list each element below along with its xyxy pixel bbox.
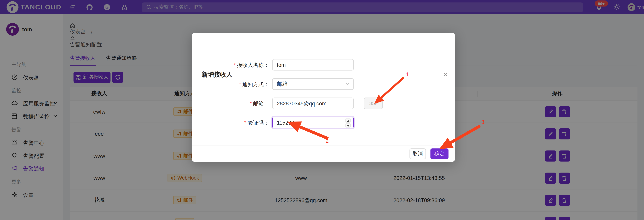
add-receiver-modal: 新增接收人 ✕ *接收人名称： tom *通知方式： 邮箱 *邮箱： 28287…: [192, 33, 455, 162]
chevron-down-icon: [345, 82, 350, 85]
modal-footer-divider: [192, 145, 455, 146]
step-up-icon: [345, 118, 351, 123]
modal-title: 新增接收人: [202, 71, 232, 79]
email-label: *邮箱：: [250, 100, 269, 108]
send-code-countdown-button[interactable]: 35s: [364, 98, 383, 109]
verify-code-label: *验证码：: [244, 119, 269, 127]
field-row-email: *邮箱： 282870345@qq.com 35s: [192, 98, 455, 109]
number-stepper[interactable]: [345, 118, 351, 128]
modal-header-divider: [192, 51, 455, 51]
confirm-button[interactable]: 确定: [430, 148, 448, 159]
notify-type-label: *通知方式：: [239, 81, 269, 88]
app-canvas: TANCLOUD G 搜索监控：名称、IP等 99+ tom: [0, 0, 644, 220]
field-row-code: *验证码： 115298: [192, 117, 455, 128]
email-input[interactable]: 282870345@qq.com: [272, 98, 354, 109]
verify-code-input[interactable]: 115298: [272, 117, 354, 128]
field-row-type: *通知方式： 邮箱: [192, 78, 455, 90]
notify-type-select[interactable]: 邮箱: [272, 78, 354, 90]
cancel-button[interactable]: 取消: [410, 148, 426, 159]
receiver-name-label: *接收人名称：: [234, 62, 269, 69]
field-row-name: *接收人名称： tom: [192, 59, 455, 71]
close-icon[interactable]: ✕: [442, 71, 450, 79]
step-down-icon: [345, 123, 351, 127]
receiver-name-input[interactable]: tom: [272, 59, 354, 71]
